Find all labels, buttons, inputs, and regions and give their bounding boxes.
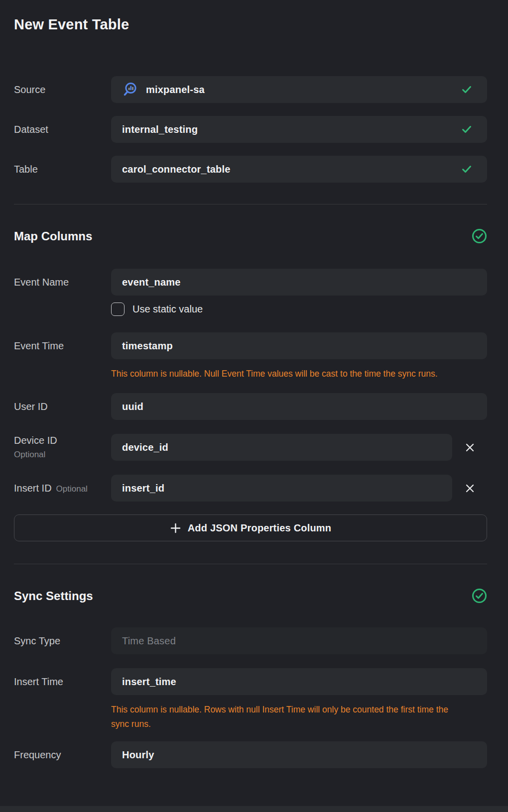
dataset-label: Dataset xyxy=(14,124,111,135)
insert-time-row: Insert Time insert_time xyxy=(14,668,487,695)
event-time-nullable-warning: This column is nullable. Null Event Time… xyxy=(111,367,457,381)
insert-id-optional-label: Optional xyxy=(56,484,88,494)
frequency-value: Hourly xyxy=(122,749,154,761)
frequency-row: Frequency Hourly xyxy=(14,741,487,768)
frequency-field[interactable]: Hourly xyxy=(111,741,487,768)
event-name-field[interactable]: event_name xyxy=(111,269,487,296)
new-event-table-form: New Event Table Source mixpanel-sa Datas… xyxy=(0,0,508,768)
frequency-label: Frequency xyxy=(14,749,111,761)
event-name-row: Event Name event_name xyxy=(14,269,487,296)
dataset-value: internal_testing xyxy=(122,124,198,135)
source-row: Source mixpanel-sa xyxy=(14,76,487,103)
plus-icon xyxy=(170,522,181,534)
insert-id-remove-zone xyxy=(452,481,487,496)
table-value: carol_connector_table xyxy=(122,164,231,175)
table-row: Table carol_connector_table xyxy=(14,156,487,183)
use-static-value-checkbox[interactable] xyxy=(111,303,125,316)
map-columns-heading: Map Columns xyxy=(14,229,92,244)
event-name-value: event_name xyxy=(122,277,181,288)
insert-id-label-block: Insert IDOptional xyxy=(14,483,111,494)
source-value: mixpanel-sa xyxy=(146,84,205,96)
source-valid-check-icon xyxy=(461,85,472,94)
device-id-label-block: Device ID Optional xyxy=(14,435,111,460)
sync-type-row: Sync Type Time Based xyxy=(14,627,487,654)
event-time-row: Event Time timestamp xyxy=(14,332,487,359)
insert-id-row: Insert IDOptional insert_id xyxy=(14,475,487,502)
sync-type-field: Time Based xyxy=(111,627,487,654)
sync-settings-complete-icon xyxy=(472,588,487,604)
add-json-properties-column-label: Add JSON Properties Column xyxy=(188,522,332,534)
insert-time-field[interactable]: insert_time xyxy=(111,668,487,695)
device-id-field[interactable]: device_id xyxy=(111,434,452,461)
user-id-row: User ID uuid xyxy=(14,393,487,420)
device-id-value: device_id xyxy=(122,442,168,453)
dataset-field[interactable]: internal_testing xyxy=(111,116,487,143)
device-id-optional-label: Optional xyxy=(14,450,111,460)
device-id-remove-button[interactable] xyxy=(463,440,477,455)
event-name-label: Event Name xyxy=(14,277,111,288)
user-id-label: User ID xyxy=(14,401,111,412)
insert-time-value: insert_time xyxy=(122,676,176,688)
sync-settings-heading: Sync Settings xyxy=(14,589,93,604)
device-id-label: Device ID xyxy=(14,435,111,446)
sync-type-value: Time Based xyxy=(122,635,176,647)
section-divider-2 xyxy=(14,564,487,564)
user-id-field[interactable]: uuid xyxy=(111,393,487,420)
insert-id-remove-button[interactable] xyxy=(463,481,477,496)
device-id-remove-zone xyxy=(452,440,487,455)
page-title: New Event Table xyxy=(14,16,487,32)
dataset-row: Dataset internal_testing xyxy=(14,116,487,143)
dataset-valid-check-icon xyxy=(461,125,472,134)
mixpanel-source-icon xyxy=(122,82,138,98)
map-columns-section-head: Map Columns xyxy=(14,228,487,244)
source-field[interactable]: mixpanel-sa xyxy=(111,76,487,103)
add-json-properties-column-button[interactable]: Add JSON Properties Column xyxy=(14,514,487,541)
static-value-row: Use static value xyxy=(111,302,487,316)
event-time-field[interactable]: timestamp xyxy=(111,332,487,359)
source-label: Source xyxy=(14,84,111,96)
use-static-value-label: Use static value xyxy=(132,304,203,315)
insert-id-field[interactable]: insert_id xyxy=(111,475,452,502)
event-time-label: Event Time xyxy=(14,340,111,352)
insert-id-label: Insert ID xyxy=(14,483,52,494)
map-columns-complete-icon xyxy=(472,228,487,244)
event-time-value: timestamp xyxy=(122,340,173,352)
insert-time-label: Insert Time xyxy=(14,676,111,688)
bottom-bar xyxy=(0,806,508,812)
table-valid-check-icon xyxy=(461,165,472,174)
insert-time-nullable-warning: This column is nullable. Rows with null … xyxy=(111,703,457,731)
device-id-row: Device ID Optional device_id xyxy=(14,434,487,461)
user-id-value: uuid xyxy=(122,401,143,412)
sync-settings-section-head: Sync Settings xyxy=(14,588,487,604)
table-field[interactable]: carol_connector_table xyxy=(111,156,487,183)
section-divider xyxy=(14,204,487,204)
insert-id-value: insert_id xyxy=(122,483,164,494)
sync-type-label: Sync Type xyxy=(14,635,111,647)
table-label: Table xyxy=(14,164,111,175)
